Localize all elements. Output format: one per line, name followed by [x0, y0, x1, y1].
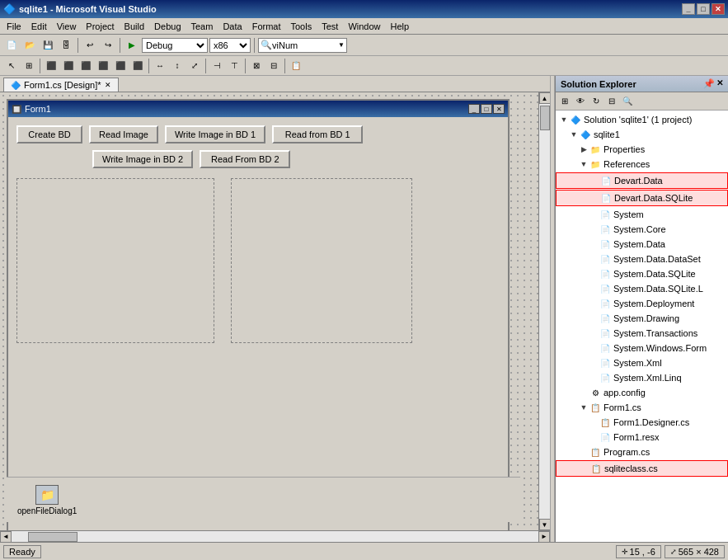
open-file-dialog-component[interactable]: 📁 openFileDialog1	[13, 482, 81, 518]
tree-app-config[interactable]: ⚙ app.config	[556, 385, 728, 400]
horizontal-scrollbar[interactable]: ◄ ►	[0, 530, 550, 542]
expand-solution[interactable]: ▼	[559, 115, 569, 125]
se-properties-btn[interactable]: ⊞	[557, 94, 572, 109]
search-input[interactable]	[272, 40, 338, 50]
align-middle-btn[interactable]: ⬛	[112, 58, 129, 74]
pointer-btn[interactable]: ↖	[3, 58, 20, 74]
expand-references[interactable]: ▼	[579, 159, 589, 169]
menu-team[interactable]: Team	[186, 20, 218, 33]
se-collapse-btn[interactable]: ⊟	[604, 94, 619, 109]
form-minimize-btn[interactable]: _	[468, 104, 480, 114]
tree-system-core[interactable]: 📄 System.Core	[556, 222, 728, 237]
tree-form1-cs[interactable]: ▼ 📋 Form1.cs	[556, 400, 728, 415]
se-close-icon[interactable]: ✕	[716, 78, 723, 89]
tree-system-xml[interactable]: 📄 System.Xml	[556, 355, 728, 370]
menu-file[interactable]: File	[2, 20, 26, 33]
menu-test[interactable]: Test	[317, 20, 343, 33]
start-btn[interactable]: ▶	[124, 37, 140, 54]
align-bottom-btn[interactable]: ⬛	[129, 58, 146, 74]
tree-devart-data-sqlite[interactable]: 📄 Devart.Data.SQLite	[556, 190, 728, 206]
h-scroll-thumb[interactable]	[28, 532, 77, 542]
scroll-thumb[interactable]	[540, 106, 550, 130]
create-bd-button[interactable]: Create BD	[16, 125, 82, 144]
close-button[interactable]: ✕	[712, 3, 725, 15]
se-refresh-btn[interactable]: ↻	[589, 94, 604, 109]
tree-system[interactable]: 📄 System	[556, 207, 728, 222]
tree-system-data[interactable]: 📄 System.Data	[556, 237, 728, 252]
save-btn[interactable]: 💾	[40, 37, 56, 54]
tree-form1-designer[interactable]: 📋 Form1.Designer.cs	[556, 415, 728, 430]
vert-space-btn[interactable]: ⊤	[226, 58, 242, 74]
expand-form1[interactable]: ▼	[579, 402, 589, 412]
se-show-all-btn[interactable]: 👁	[573, 94, 588, 109]
align-center-btn[interactable]: ⬛	[60, 58, 77, 74]
open-btn[interactable]: 📂	[21, 37, 38, 54]
tree-references[interactable]: ▼ 📁 References	[556, 157, 728, 172]
tab-close-btn[interactable]: ✕	[105, 81, 111, 89]
center-vert-btn[interactable]: ⊟	[265, 58, 282, 74]
menu-project[interactable]: Project	[81, 20, 119, 33]
menu-tools[interactable]: Tools	[286, 20, 317, 33]
same-height-btn[interactable]: ↕	[169, 58, 186, 74]
form-close-btn[interactable]: ✕	[493, 104, 505, 114]
tree-system-deployment[interactable]: 📄 System.Deployment	[556, 296, 728, 311]
scroll-left-btn[interactable]: ◄	[0, 531, 12, 543]
menu-edit[interactable]: Edit	[26, 20, 52, 33]
platform-combo[interactable]: x86	[209, 38, 251, 53]
redo-btn[interactable]: ↪	[100, 37, 116, 54]
h-scroll-track[interactable]	[12, 531, 538, 543]
pin-icon[interactable]: 📌	[703, 78, 715, 89]
align-left-btn[interactable]: ⬛	[43, 58, 59, 74]
menu-help[interactable]: Help	[386, 20, 415, 33]
scroll-track[interactable]	[539, 104, 550, 519]
menu-view[interactable]: View	[52, 20, 82, 33]
undo-btn[interactable]: ↩	[82, 37, 98, 54]
layer-order-btn[interactable]: 📋	[288, 58, 304, 74]
tree-sqliteclass-cs[interactable]: 📋 sqliteclass.cs	[556, 460, 728, 477]
tree-system-data-sqlite[interactable]: 📄 System.Data.SQLite	[556, 266, 728, 281]
read-from-bd1-button[interactable]: Read from BD 1	[272, 125, 363, 144]
tree-system-xml-linq[interactable]: 📄 System.Xml.Linq	[556, 370, 728, 385]
menu-data[interactable]: Data	[218, 20, 247, 33]
tree-program-cs[interactable]: 📋 Program.cs	[556, 445, 728, 459]
read-from-bd2-button[interactable]: Read From BD 2	[200, 150, 290, 168]
read-image-button[interactable]: Read Image	[89, 125, 158, 144]
menu-build[interactable]: Build	[120, 20, 149, 33]
debug-mode-combo[interactable]: Debug	[142, 38, 208, 53]
menu-window[interactable]: Window	[343, 20, 385, 33]
tree-properties[interactable]: ▶ 📁 Properties	[556, 142, 728, 157]
scroll-down-btn[interactable]: ▼	[539, 519, 551, 530]
center-horiz-btn[interactable]: ⊠	[248, 58, 265, 74]
scroll-up-btn[interactable]: ▲	[539, 92, 551, 104]
tree-system-transactions[interactable]: 📄 System.Transactions	[556, 326, 728, 341]
menu-format[interactable]: Format	[247, 20, 286, 33]
tree-system-drawing[interactable]: 📄 System.Drawing	[556, 311, 728, 326]
form-restore-btn[interactable]: □	[481, 104, 492, 114]
tree-solution[interactable]: ▼ 🔷 Solution 'sqlite1' (1 project)	[556, 112, 728, 127]
new-project-btn[interactable]: 📄	[3, 37, 20, 54]
restore-button[interactable]: □	[697, 3, 710, 15]
expand-project[interactable]: ▼	[569, 129, 579, 139]
tree-form1-resx[interactable]: 📄 Form1.resx	[556, 430, 728, 445]
grid-btn[interactable]: ⊞	[21, 58, 37, 74]
same-width-btn[interactable]: ↔	[152, 58, 168, 74]
write-image-bd1-button[interactable]: Write Image in BD 1	[165, 125, 265, 144]
minimize-button[interactable]: _	[682, 3, 695, 15]
tree-devart-data[interactable]: 📄 Devart.Data	[556, 172, 728, 189]
tree-system-windows-forms[interactable]: 📄 System.Windows.Form	[556, 341, 728, 355]
tab-form1-design[interactable]: 🔷 Form1.cs [Design]* ✕	[3, 78, 119, 92]
menu-debug[interactable]: Debug	[149, 20, 186, 33]
same-size-btn[interactable]: ⤢	[186, 58, 203, 74]
save-all-btn[interactable]: 🗄	[58, 37, 74, 54]
vertical-scrollbar[interactable]: ▲ ▼	[538, 92, 550, 530]
form-window[interactable]: 🔲 Form1 _ □ ✕	[0, 92, 538, 530]
tree-system-data-sqlite-l[interactable]: 📄 System.Data.SQLite.L	[556, 281, 728, 296]
expand-properties[interactable]: ▶	[579, 144, 589, 154]
horiz-space-btn[interactable]: ⊣	[209, 58, 225, 74]
align-top-btn[interactable]: ⬛	[95, 58, 111, 74]
tree-system-data-dataset[interactable]: 📄 System.Data.DataSet	[556, 252, 728, 266]
tree-project[interactable]: ▼ 🔷 sqlite1	[556, 127, 728, 142]
write-image-bd2-button[interactable]: Write Image in BD 2	[92, 150, 193, 168]
scroll-right-btn[interactable]: ►	[538, 531, 550, 543]
align-right-btn[interactable]: ⬛	[77, 58, 94, 74]
